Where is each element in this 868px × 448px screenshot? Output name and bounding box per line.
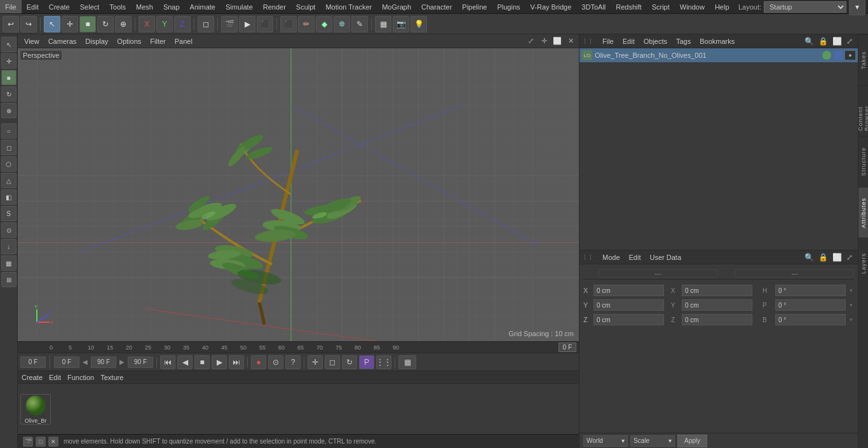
objects-expand-icon[interactable]: ⤢ bbox=[845, 37, 854, 46]
apply-button[interactable]: Apply bbox=[677, 435, 707, 447]
render-full-button[interactable]: ⬛ bbox=[257, 16, 273, 32]
mat-function[interactable]: Function bbox=[67, 374, 94, 381]
menu-animate[interactable]: Animate bbox=[185, 0, 220, 13]
b-val-input[interactable]: 0 ° bbox=[775, 314, 846, 325]
object-row-olive[interactable]: LO Olive_Tree_Branch_No_Olives_001 ● bbox=[580, 48, 858, 62]
vp-menu-options[interactable]: Options bbox=[113, 36, 145, 46]
menu-pipeline[interactable]: Pipeline bbox=[457, 0, 492, 13]
mat-create[interactable]: Create bbox=[22, 374, 43, 381]
auto-key-button[interactable]: ⊙ bbox=[268, 355, 283, 369]
objects-more-icon[interactable]: ⬜ bbox=[831, 37, 843, 46]
status-icon-1[interactable]: 🎬 bbox=[23, 437, 33, 447]
sketch-button[interactable]: ✎ bbox=[351, 16, 368, 32]
motion-tools-4[interactable]: P bbox=[359, 355, 374, 369]
left-tool-5[interactable]: ⊕ bbox=[1, 103, 17, 118]
left-tool-6[interactable] bbox=[1, 119, 17, 122]
side-tab-takes[interactable]: Takes bbox=[858, 34, 868, 85]
left-tool-12[interactable]: S bbox=[1, 206, 17, 221]
mat-texture[interactable]: Texture bbox=[100, 374, 123, 381]
menu-window[interactable]: Window bbox=[675, 0, 710, 13]
menu-simulate[interactable]: Simulate bbox=[220, 0, 258, 13]
mat-edit[interactable]: Edit bbox=[49, 374, 61, 381]
axis-x-button[interactable]: X bbox=[139, 16, 155, 32]
side-tab-attributes[interactable]: Attributes bbox=[858, 187, 868, 238]
attr-edit-menu[interactable]: Edit bbox=[627, 254, 644, 261]
axis-z-button[interactable]: Z bbox=[174, 16, 191, 32]
objects-tags-menu[interactable]: Tags bbox=[674, 37, 693, 45]
scale-tool-button[interactable]: ■ bbox=[79, 16, 96, 32]
menu-mesh[interactable]: Mesh bbox=[131, 0, 158, 13]
cube-button[interactable]: ⬛ bbox=[280, 16, 297, 32]
viewport-shading-btn[interactable]: ▦ bbox=[398, 355, 416, 369]
attr-expand-icon[interactable]: ⤢ bbox=[845, 253, 854, 262]
menu-vray[interactable]: V-Ray Bridge bbox=[526, 0, 577, 13]
camera-button[interactable]: 📷 bbox=[393, 16, 409, 32]
side-tab-content-browser[interactable]: Content Browser bbox=[858, 85, 868, 136]
record-button[interactable]: ● bbox=[251, 355, 266, 369]
menu-character[interactable]: Character bbox=[416, 0, 457, 13]
menu-sculpt[interactable]: Sculpt bbox=[291, 0, 321, 13]
world-select[interactable]: World ▾ bbox=[583, 435, 628, 447]
current-frame-input[interactable] bbox=[54, 356, 79, 368]
attr-mode-menu[interactable]: Mode bbox=[600, 254, 623, 261]
polygon-button[interactable]: ◆ bbox=[316, 16, 332, 32]
go-to-end-button[interactable]: ⏭ bbox=[229, 355, 244, 369]
axis-y-button[interactable]: Y bbox=[156, 16, 173, 32]
move-tool-button[interactable]: ✛ bbox=[62, 16, 78, 32]
menu-3dtoall[interactable]: 3DToAll bbox=[576, 0, 611, 13]
clone-button[interactable]: ❊ bbox=[334, 16, 350, 32]
left-tool-14[interactable]: ↓ bbox=[1, 239, 17, 254]
object-tag-1[interactable] bbox=[834, 51, 843, 60]
objects-search-icon[interactable]: 🔍 bbox=[803, 37, 815, 46]
menu-mograph[interactable]: MoGraph bbox=[377, 0, 416, 13]
p-val-input[interactable]: 0 ° bbox=[775, 299, 846, 311]
light-button[interactable]: 💡 bbox=[410, 16, 427, 32]
left-tool-4[interactable]: ↻ bbox=[1, 86, 17, 102]
render-region-button[interactable]: 🎬 bbox=[221, 16, 238, 32]
menu-edit[interactable]: Edit bbox=[22, 0, 44, 13]
status-icon-2[interactable]: □ bbox=[36, 437, 46, 447]
left-tool-3[interactable]: ■ bbox=[1, 70, 17, 85]
rotate-tool-button[interactable]: ↻ bbox=[97, 16, 114, 32]
motion-tools-5[interactable]: ⋮⋮ bbox=[376, 355, 391, 369]
key-frame-button[interactable]: ? bbox=[285, 355, 301, 369]
left-tool-11[interactable]: ◧ bbox=[1, 189, 17, 205]
menu-tools[interactable]: Tools bbox=[104, 0, 131, 13]
vp-menu-view[interactable]: View bbox=[20, 36, 43, 46]
motion-tools-2[interactable]: ◻ bbox=[325, 355, 340, 369]
play-button[interactable]: ▶ bbox=[212, 355, 227, 369]
side-tab-layers[interactable]: Layers bbox=[858, 238, 868, 288]
left-tool-1[interactable]: ↖ bbox=[1, 37, 17, 52]
playback-end-input[interactable] bbox=[128, 356, 153, 368]
current-frame-display[interactable]: 0 F bbox=[559, 343, 576, 352]
select-tool-button[interactable]: ↖ bbox=[44, 16, 60, 32]
object-visibility-1[interactable] bbox=[822, 51, 831, 60]
attr-userdata-menu[interactable]: User Data bbox=[648, 254, 684, 261]
redo-button[interactable]: ↪ bbox=[20, 16, 37, 32]
menu-script[interactable]: Script bbox=[647, 0, 675, 13]
menu-render[interactable]: Render bbox=[258, 0, 291, 13]
attr-lock-icon[interactable]: 🔒 bbox=[817, 253, 829, 262]
menu-snap[interactable]: Snap bbox=[158, 0, 185, 13]
status-icon-3[interactable]: ✕ bbox=[48, 437, 58, 447]
layout-expand-btn[interactable]: ▾ bbox=[849, 0, 865, 15]
objects-bookmarks-menu[interactable]: Bookmarks bbox=[697, 37, 737, 45]
left-tool-8[interactable]: ◻ bbox=[1, 140, 17, 155]
layout-select[interactable]: Startup bbox=[764, 1, 846, 13]
vp-icon-move[interactable]: ✛ bbox=[538, 36, 550, 47]
vp-icon-maximize[interactable]: ⬜ bbox=[552, 36, 563, 47]
left-tool-9[interactable]: ⬡ bbox=[1, 156, 17, 172]
x-pos-input[interactable]: 0 cm bbox=[593, 285, 664, 296]
menu-motion-tracker[interactable]: Motion Tracker bbox=[320, 0, 377, 13]
object-mode-button[interactable]: ◻ bbox=[198, 16, 214, 32]
attr-search-icon[interactable]: 🔍 bbox=[803, 253, 815, 262]
h-val-input[interactable]: 0 ° bbox=[775, 285, 846, 296]
objects-lock-icon[interactable]: 🔒 bbox=[817, 37, 829, 46]
end-frame-input[interactable] bbox=[91, 356, 116, 368]
undo-button[interactable]: ↩ bbox=[3, 16, 19, 32]
left-tool-7[interactable]: ○ bbox=[1, 123, 17, 139]
object-tag-2[interactable]: ● bbox=[845, 51, 855, 60]
menu-select[interactable]: Select bbox=[75, 0, 105, 13]
pen-button[interactable]: ✏ bbox=[298, 16, 315, 32]
motion-tools-3[interactable]: ↻ bbox=[342, 355, 357, 369]
